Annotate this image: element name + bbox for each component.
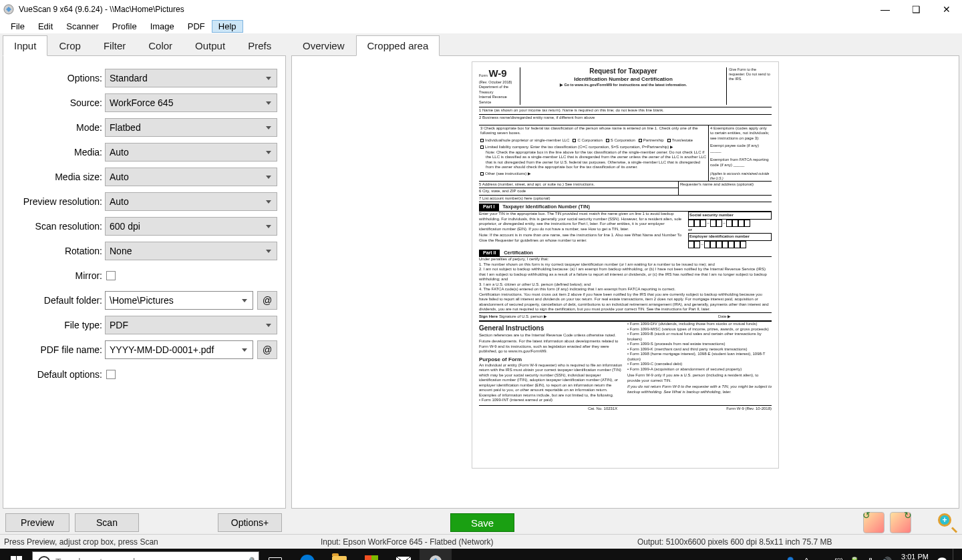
- options-more-button[interactable]: Options+: [218, 513, 282, 532]
- menu-pdf[interactable]: PDF: [181, 20, 212, 33]
- select-mode[interactable]: Flatbed: [105, 118, 277, 137]
- rotate-right-icon[interactable]: [890, 512, 911, 533]
- tray-security-icon[interactable]: 🛡: [830, 557, 846, 560]
- doc-line5: 5 Address (number, street, and apt. or s…: [479, 182, 678, 189]
- doc-cat: Cat. No. 10231X: [479, 406, 726, 412]
- doc-part2: Part II: [479, 250, 500, 257]
- menu-scanner[interactable]: Scanner: [59, 20, 105, 33]
- doc-b5: • Form 1099-S (proceeds from real estate…: [627, 342, 772, 347]
- input-pdf-file-name[interactable]: YYYY-MM-DD-0001+.pdf: [105, 340, 253, 359]
- rotate-left-icon[interactable]: [863, 512, 885, 533]
- tab-cropped-area[interactable]: Cropped area: [356, 35, 440, 56]
- tab-prefs[interactable]: Prefs: [236, 35, 283, 56]
- label-rotation: Rotation:: [11, 246, 105, 256]
- tab-crop[interactable]: Crop: [47, 35, 92, 56]
- label-file-type: File type:: [11, 320, 105, 330]
- label-scan-res: Scan resolution:: [11, 221, 105, 232]
- doc-subtitle: Identification Number and Certification: [523, 76, 724, 83]
- doc-box-individual: Individual/sole proprietor or single-mem…: [485, 138, 569, 142]
- default-folder-at-button[interactable]: @: [257, 291, 277, 310]
- doc-goto: ▶ Go to www.irs.gov/FormW9 for instructi…: [523, 83, 724, 87]
- tab-color[interactable]: Color: [137, 35, 184, 56]
- doc-line6: 6 City, state, and ZIP code: [479, 188, 678, 196]
- checkbox-default-options[interactable]: [106, 370, 116, 379]
- tab-filter[interactable]: Filter: [92, 35, 137, 56]
- close-button[interactable]: ✕: [931, 0, 962, 19]
- menu-edit[interactable]: Edit: [31, 20, 59, 33]
- tray-onedrive-icon[interactable]: ☁: [814, 557, 830, 560]
- taskbar-mail[interactable]: [387, 549, 420, 560]
- doc-gen-sec: Section references are to the Internal R…: [479, 333, 623, 338]
- select-source[interactable]: WorkForce 645: [105, 93, 277, 112]
- minimize-button[interactable]: ―: [870, 0, 901, 19]
- doc-purpose: Purpose of Form: [479, 356, 623, 363]
- menu-image[interactable]: Image: [144, 20, 181, 33]
- doc-form-number: W-9: [489, 67, 507, 79]
- tray-volume-icon[interactable]: 🔊: [878, 557, 895, 560]
- select-preview-res[interactable]: Auto: [105, 192, 277, 211]
- select-media-size[interactable]: Auto: [105, 168, 277, 186]
- windows-taskbar: 🎤 e 👤 ˄ ☁ 🛡 🔋 🖧 🔊 3:01 PM 1/4/2019 💬: [0, 549, 962, 560]
- doc-gen-instr: General Instructions: [479, 324, 623, 333]
- taskbar-vuescan[interactable]: [420, 549, 452, 560]
- doc-or: or: [688, 228, 772, 233]
- doc-form-label: Form: [479, 73, 488, 77]
- tab-input[interactable]: Input: [3, 35, 47, 56]
- tray-people[interactable]: 👤: [782, 557, 798, 560]
- doc-exempt-payee: Exempt payee code (if any) _____: [710, 144, 770, 154]
- doc-cert3: 3. I am a U.S. citizen or other U.S. per…: [479, 282, 772, 288]
- doc-sig-of: Signature of U.S. person ▶: [499, 314, 718, 320]
- doc-if-not: If you do not return Form W-9 to the req…: [627, 384, 772, 394]
- taskbar-search[interactable]: 🎤: [32, 551, 259, 561]
- select-scan-res[interactable]: 600 dpi: [105, 217, 277, 236]
- tab-output[interactable]: Output: [184, 35, 236, 56]
- doc-part1-title: Taxpayer Identification Number (TIN): [502, 204, 590, 210]
- show-desktop-button[interactable]: [953, 549, 957, 560]
- doc-line7: 7 List account number(s) here (optional): [479, 196, 772, 203]
- menu-file[interactable]: File: [4, 20, 31, 33]
- doc-fatca: Exemption from FATCA reporting code (if …: [710, 158, 770, 168]
- maximize-button[interactable]: ❑: [901, 0, 931, 19]
- menu-help[interactable]: Help: [212, 20, 243, 33]
- taskbar-store[interactable]: [355, 549, 387, 560]
- cortana-icon: [38, 556, 50, 561]
- tray-up-icon[interactable]: ˄: [798, 557, 814, 560]
- select-options[interactable]: Standard: [105, 69, 277, 87]
- doc-part2-title: Certification: [504, 250, 533, 256]
- taskbar-explorer[interactable]: [323, 549, 355, 560]
- label-mode: Mode:: [11, 122, 105, 133]
- zoom-in-icon[interactable]: +: [938, 513, 957, 532]
- tray-clock[interactable]: 3:01 PM 1/4/2019: [895, 553, 934, 560]
- task-view-button[interactable]: [259, 549, 291, 560]
- doc-box-llc: Limited liability company. Enter the tax…: [485, 145, 673, 149]
- doc-b4: • Form 1099-B (stock or mutual fund sale…: [627, 332, 772, 342]
- select-rotation[interactable]: None: [105, 242, 277, 260]
- pdf-file-name-at-button[interactable]: @: [257, 340, 277, 359]
- tab-overview[interactable]: Overview: [291, 35, 356, 56]
- input-default-folder[interactable]: \Home\Pictures: [105, 291, 253, 310]
- preview-area[interactable]: Form W-9 (Rev. October 2018) Department …: [291, 55, 959, 509]
- menu-profile[interactable]: Profile: [106, 20, 144, 33]
- doc-b9: • Form 1099-A (acquisition or abandonmen…: [627, 367, 772, 372]
- mic-icon[interactable]: 🎤: [238, 557, 259, 561]
- preview-button[interactable]: Preview: [5, 513, 69, 532]
- label-default-options: Default options:: [11, 369, 105, 380]
- doc-part1: Part I: [479, 204, 499, 211]
- scan-button[interactable]: Scan: [75, 513, 139, 532]
- doc-req-name: Requester's name and address (optional): [678, 182, 772, 196]
- status-input: Input: Epson WorkForce 645 - Flatbed (Ne…: [321, 537, 637, 547]
- tray-battery-icon[interactable]: 🔋: [846, 557, 862, 560]
- doc-purpose-text: An individual or entity (Form W-9 reques…: [479, 363, 623, 398]
- status-hint: Press Preview, adjust crop box, press Sc…: [0, 537, 321, 547]
- doc-rev: (Rev. October 2018): [479, 80, 512, 84]
- tray-notifications-icon[interactable]: 💬: [934, 557, 950, 560]
- taskbar-edge[interactable]: e: [291, 549, 323, 560]
- select-file-type[interactable]: PDF: [105, 316, 277, 334]
- doc-cert4: 4. The FATCA code(s) entered on this for…: [479, 287, 772, 292]
- save-button[interactable]: Save: [450, 513, 514, 532]
- start-button[interactable]: [0, 549, 32, 560]
- select-media[interactable]: Auto: [105, 143, 277, 162]
- checkbox-mirror[interactable]: [106, 271, 116, 280]
- tray-network-icon[interactable]: 🖧: [862, 557, 878, 560]
- search-input[interactable]: [55, 557, 238, 561]
